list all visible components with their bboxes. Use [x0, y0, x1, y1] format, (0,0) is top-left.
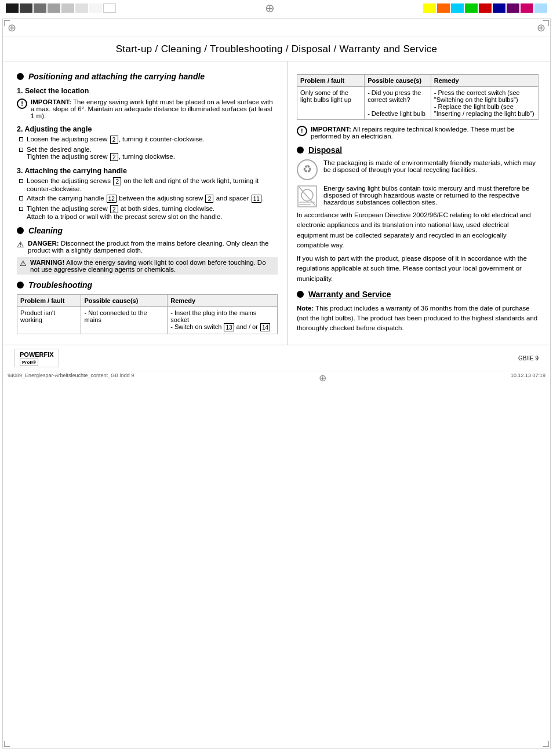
swatch [423, 3, 436, 13]
table-header-remedy: Remedy [168, 295, 278, 307]
section-cleaning-title: Cleaning [17, 226, 278, 235]
table-cell-cause: - Did you press the correct switch?- Def… [365, 87, 431, 120]
warning-text: Allow the energy saving work light to co… [30, 259, 266, 273]
important-icon-2: ! [297, 126, 307, 136]
section-bullet [17, 282, 24, 288]
table-header-remedy: Remedy [431, 75, 538, 87]
swatch [451, 3, 464, 13]
list-item: Loosen the adjusting screw 2, turning it… [19, 136, 278, 144]
swatch [479, 3, 492, 13]
table-row: Only some of the light bulbs light up - … [297, 87, 538, 120]
page-header: Start-up / Cleaning / Troubleshooting / … [3, 36, 550, 61]
svg-point-4 [301, 189, 313, 201]
step2-title: 2. Adjusting the angle [17, 125, 278, 133]
list-item: Attach the carrying handle 12 between th… [19, 195, 278, 203]
swatch [61, 3, 74, 13]
swatch [521, 3, 533, 13]
right-column: Problem / fault Possible cause(s) Remedy… [288, 61, 550, 345]
warranty-note: Note: This product includes a warranty o… [297, 304, 539, 334]
warranty-note-text: This product includes a warranty of 36 m… [297, 305, 537, 332]
cleaning-title-text: Cleaning [28, 226, 63, 235]
important-block-2: ! IMPORTANT: All repairs require technic… [297, 126, 539, 140]
important-text-2: IMPORTANT: All repairs require technical… [311, 126, 539, 140]
list-item: Loosen the adjusting screws 2 on the lef… [19, 177, 278, 192]
section-bullet [17, 227, 24, 234]
warranty-title-text: Warranty and Service [308, 290, 391, 299]
powerfix-logo-block: POWERFIX Profi® [14, 349, 59, 367]
section-positioning-title: Positioning and attaching the carrying h… [17, 72, 278, 81]
step1-title: 1. Select the location [17, 87, 278, 95]
crosshair-bottom: ⊕ [319, 372, 326, 384]
important-icon: ! [17, 98, 27, 109]
date-info: 10.12.13 07:19 [511, 372, 545, 384]
list-item: Tighten the adjusting screw 2 at both si… [19, 205, 278, 220]
disposal-item-2: Energy saving light bulbs contain toxic … [297, 185, 539, 206]
sq-bullet [19, 148, 23, 152]
swatch [6, 3, 19, 13]
table-cell-remedy: - Insert the plug into the mains socket … [168, 307, 278, 334]
table-row: Product isn't working - Not connected to… [17, 307, 278, 334]
reg-bar-top: ⊕ ⊕ [3, 19, 550, 36]
list-item: Set the desired angle.Tighten the adjust… [19, 146, 278, 161]
sq-bullet [19, 179, 23, 183]
swatch [507, 3, 519, 13]
section-bullet [17, 73, 24, 80]
warning-block: ⚠ WARNING! Allow the energy saving work … [17, 257, 278, 275]
sq-bullet [19, 207, 23, 211]
important-text-1: IMPORTANT: The energy saving work light … [31, 98, 278, 119]
important-block-1: ! IMPORTANT: The energy saving work ligh… [17, 98, 278, 119]
left-column: Positioning and attaching the carrying h… [3, 61, 288, 345]
disposal-title-text: Disposal [308, 145, 342, 155]
disposal-para-2: If you wish to part with the product, pl… [297, 254, 539, 284]
crosshair-right: ⊕ [537, 21, 545, 34]
file-info: 94089_Energiespar-Arbeitsleuchte_content… [8, 372, 134, 384]
powerfix-logo: POWERFIX Profi® [14, 349, 59, 367]
swatches-left [6, 3, 116, 13]
section-warranty-title: Warranty and Service [297, 290, 539, 299]
main-content: Positioning and attaching the carrying h… [3, 61, 550, 345]
danger-text: Disconnect the product from the mains be… [28, 240, 269, 254]
troubleshooting-table-right: Problem / fault Possible cause(s) Remedy… [297, 74, 539, 120]
svg-text:♻: ♻ [303, 163, 312, 175]
troubleshooting-title-text: Troubleshooting [28, 280, 92, 290]
color-bar-top: ⊕ [0, 0, 553, 16]
corner-bl [4, 741, 10, 747]
table-header-problem: Problem / fault [17, 295, 81, 307]
step2-list: Loosen the adjusting screw 2, turning it… [17, 136, 278, 161]
troubleshooting-table: Problem / fault Possible cause(s) Remedy… [17, 294, 278, 334]
swatch [20, 3, 32, 13]
swatch [493, 3, 505, 13]
table-cell-problem: Only some of the light bulbs light up [297, 87, 364, 120]
recycle-icon: ♻ [297, 159, 318, 180]
hazard-icon [297, 185, 318, 206]
swatch [48, 3, 60, 13]
danger-icon: ⚠ [17, 240, 24, 249]
section-title-text: Positioning and attaching the carrying h… [28, 72, 205, 81]
disposal-text-1: The packaging is made of environmentally… [323, 159, 539, 173]
corner-br [543, 741, 549, 747]
page-title: Start-up / Cleaning / Troubleshooting / … [116, 43, 438, 54]
disposal-para-1: In accordance with European Directive 20… [297, 210, 539, 250]
disposal-text-2: Energy saving light bulbs contain toxic … [323, 185, 539, 206]
swatches-right [423, 3, 547, 13]
page-footer: POWERFIX Profi® GB/IE 9 [3, 345, 550, 371]
reg-bar-bottom: 94089_Energiespar-Arbeitsleuchte_content… [3, 371, 550, 385]
swatch [534, 3, 547, 13]
crosshair-left: ⊕ [8, 21, 16, 34]
swatch [34, 3, 46, 13]
crosshair-center: ⊕ [265, 2, 275, 14]
warning-icon: ⚠ [20, 259, 27, 268]
table-header-cause: Possible cause(s) [81, 295, 168, 307]
sq-bullet [19, 137, 23, 141]
sq-bullet [19, 196, 23, 200]
section-bullet [297, 147, 304, 154]
danger-block: ⚠ DANGER: Disconnect the product from th… [17, 240, 278, 254]
disposal-item-1: ♻ The packaging is made of environmental… [297, 159, 539, 180]
page-wrapper: ⊕ ⊕ Start-up / Cleaning / Troubleshootin… [2, 19, 551, 748]
step3-list: Loosen the adjusting screws 2 on the lef… [17, 177, 278, 220]
swatch [465, 3, 478, 13]
table-cell-remedy: - Press the correct switch (see "Switchi… [431, 87, 538, 120]
table-header-cause: Possible cause(s) [365, 75, 431, 87]
page-number: GB/IE 9 [518, 355, 539, 361]
table-cell-cause: - Not connected to the mains [81, 307, 168, 334]
